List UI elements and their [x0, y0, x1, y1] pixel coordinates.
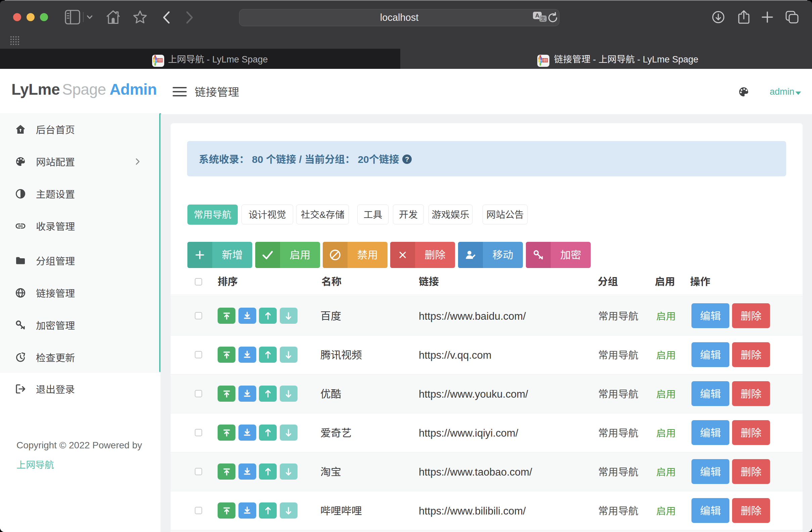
svg-text:文: 文: [541, 16, 545, 21]
svg-text:?: ?: [405, 156, 409, 163]
svg-text:A: A: [535, 12, 539, 19]
